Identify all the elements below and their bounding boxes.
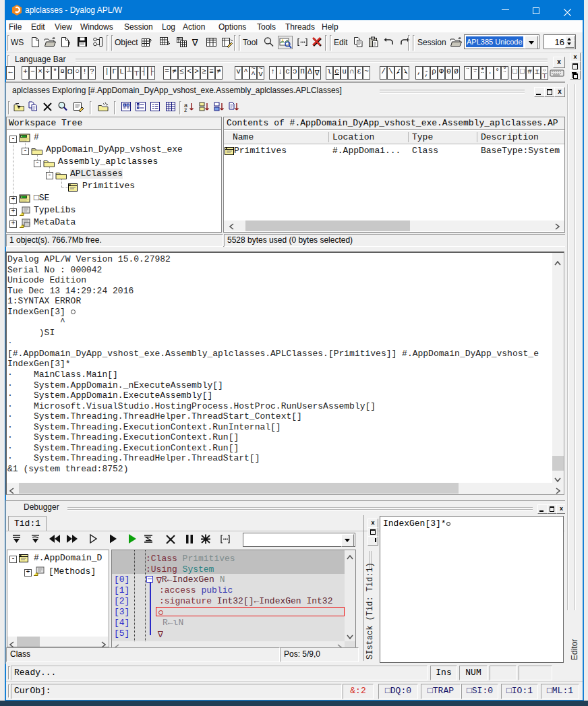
svg-text:z: z: [184, 107, 187, 113]
